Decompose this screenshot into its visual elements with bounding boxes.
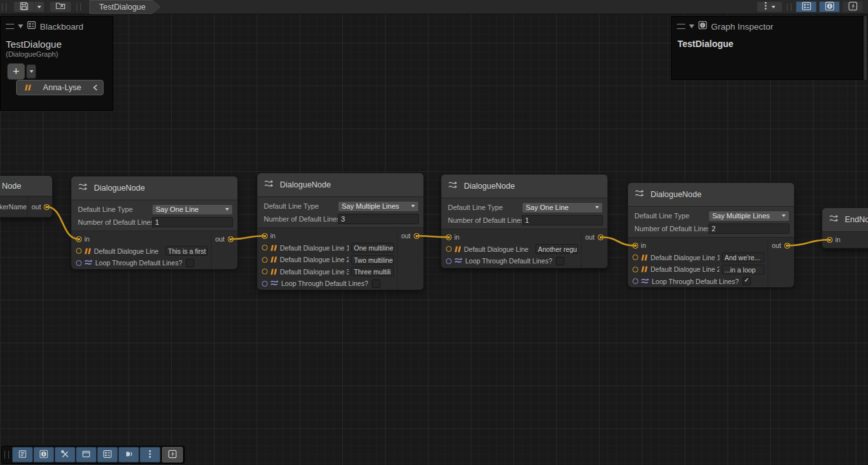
input-port[interactable] xyxy=(76,236,82,242)
quote-icon xyxy=(270,242,277,254)
more-button[interactable] xyxy=(140,447,160,462)
number-field[interactable]: 1 xyxy=(522,215,603,225)
collapse-chevron-icon[interactable] xyxy=(93,84,98,91)
string-port[interactable] xyxy=(262,257,268,263)
port-row: out xyxy=(582,231,607,243)
add-variable-button[interactable]: + xyxy=(7,63,25,80)
inspector-info-icon xyxy=(825,1,835,13)
node-title-bar[interactable]: EndNode xyxy=(822,208,868,232)
console-button[interactable] xyxy=(12,447,33,462)
output-port[interactable] xyxy=(784,243,790,249)
node-properties: Default Line TypeSay One LineNumber of D… xyxy=(71,200,237,231)
chevron-down-icon xyxy=(30,70,33,73)
dialogue-node[interactable]: DialogueNodeDefault Line TypeSay Multipl… xyxy=(627,182,795,285)
partial-node[interactable]: Node kerName out xyxy=(0,175,53,218)
string-port[interactable] xyxy=(76,248,82,254)
blackboard-panel[interactable]: Blackboard TestDialogue (DialogueGraph) … xyxy=(0,16,113,111)
node-title-bar[interactable]: Node xyxy=(0,176,52,196)
output-port[interactable] xyxy=(44,204,50,210)
blackboard-button[interactable] xyxy=(97,447,118,462)
string-port[interactable] xyxy=(446,246,452,252)
foldout-triangle-icon[interactable] xyxy=(18,24,23,28)
node-title-bar[interactable]: DialogueNode xyxy=(441,175,607,198)
input-port[interactable] xyxy=(262,233,268,239)
toolbar-grip-icon[interactable] xyxy=(2,3,6,11)
dialogue-graph-editor: DialogueNodeDefault Line TypeSay One Lin… xyxy=(0,0,868,465)
node-type-icon xyxy=(634,189,645,200)
string-port[interactable] xyxy=(262,245,268,251)
node-title-bar[interactable]: DialogueNode xyxy=(628,183,794,207)
input-port[interactable] xyxy=(633,243,638,249)
spark-button[interactable] xyxy=(162,447,183,462)
save-options-button[interactable] xyxy=(34,1,44,12)
toolbar-grip-icon[interactable] xyxy=(787,3,791,11)
overflow-menu-button[interactable] xyxy=(757,1,782,12)
enum-dropdown[interactable]: Say Multiple Lines xyxy=(708,211,790,222)
dialogue-line-field[interactable]: And we're... xyxy=(722,252,764,262)
window-icon xyxy=(82,450,91,460)
dialogue-line-field[interactable]: One multiline xyxy=(351,243,394,252)
bool-port[interactable] xyxy=(633,278,638,284)
number-field[interactable]: 1 xyxy=(152,217,233,227)
graph-inspector-header[interactable]: Graph Inspector xyxy=(672,17,863,35)
loop-checkbox[interactable] xyxy=(372,280,380,288)
bool-port[interactable] xyxy=(446,258,452,264)
dialogue-node[interactable]: DialogueNodeDefault Line TypeSay One Lin… xyxy=(71,176,238,268)
dialogue-line-field[interactable]: ...in a loop xyxy=(722,265,764,274)
enum-dropdown[interactable]: Say One Line xyxy=(522,202,603,213)
dialogue-line-field[interactable]: Three multili xyxy=(351,267,394,276)
property-label: Number of Default Lines xyxy=(634,225,708,232)
selected-graph-name: TestDialogue xyxy=(672,35,863,49)
loop-checkbox[interactable] xyxy=(743,277,751,285)
output-port[interactable] xyxy=(414,233,420,239)
loop-checkbox[interactable] xyxy=(556,257,564,265)
number-field[interactable]: 2 xyxy=(708,223,790,234)
save-button[interactable] xyxy=(14,1,34,12)
add-variable-dropdown[interactable] xyxy=(26,64,36,79)
node-title-bar[interactable]: DialogueNode xyxy=(71,176,237,200)
open-asset-button[interactable] xyxy=(50,1,71,12)
node-title-bar[interactable]: DialogueNode xyxy=(257,173,423,197)
dialogue-line-field[interactable]: This is a first xyxy=(165,246,208,256)
inspector-button[interactable] xyxy=(33,447,54,462)
dialogue-node[interactable]: DialogueNodeDefault Line TypeSay One Lin… xyxy=(441,174,608,269)
output-port[interactable] xyxy=(598,234,604,240)
tools-button[interactable] xyxy=(55,447,75,462)
string-port[interactable] xyxy=(262,269,268,274)
toolbar-grip-icon[interactable] xyxy=(77,3,81,11)
enum-dropdown[interactable]: Say Multiple Lines xyxy=(338,201,419,212)
graph-inspector-panel[interactable]: Graph Inspector TestDialogue xyxy=(671,16,863,80)
blackboard-header[interactable]: Blackboard xyxy=(1,17,113,35)
port-label: Default Dialogue Line 2 xyxy=(651,265,719,273)
property-row: Default Line TypeSay One Line xyxy=(441,201,607,214)
input-port[interactable] xyxy=(446,234,452,240)
input-port[interactable] xyxy=(827,237,833,243)
string-port[interactable] xyxy=(633,254,638,260)
foldout-triangle-icon[interactable] xyxy=(689,24,694,28)
toggle-spark-button[interactable] xyxy=(842,1,863,12)
dialogue-preview-button[interactable] xyxy=(118,447,139,462)
end-node[interactable]: EndNode in xyxy=(822,207,868,249)
drag-handle-icon[interactable] xyxy=(677,24,685,29)
toggle-blackboard-button[interactable] xyxy=(796,1,817,12)
panel-resize-handle[interactable] xyxy=(863,16,867,80)
toggle-inspector-button[interactable] xyxy=(819,1,840,12)
variable-pill[interactable]: Anna-Lyse xyxy=(16,80,104,95)
port-row: Default Dialogue LineAnother regu xyxy=(441,243,581,256)
port-label: in xyxy=(454,233,459,241)
bool-port[interactable] xyxy=(262,281,268,287)
dialogue-node[interactable]: DialogueNodeDefault Line TypeSay Multipl… xyxy=(257,173,424,290)
enum-dropdown[interactable]: Say One Line xyxy=(152,204,233,215)
dialogue-line-field[interactable]: Two multiline xyxy=(351,255,394,265)
graph-tab[interactable]: TestDialogue xyxy=(89,0,160,14)
number-field[interactable]: 3 xyxy=(338,214,419,224)
string-port[interactable] xyxy=(633,267,638,272)
window-button[interactable] xyxy=(76,447,97,462)
bool-port[interactable] xyxy=(76,260,82,266)
kebab-menu-icon xyxy=(149,450,151,460)
loop-checkbox[interactable] xyxy=(186,259,194,267)
drag-handle-icon[interactable] xyxy=(6,24,14,29)
dialogue-line-field[interactable]: Another regu xyxy=(535,244,578,254)
output-port[interactable] xyxy=(228,236,234,242)
toolbar-grip-icon[interactable] xyxy=(5,451,9,459)
